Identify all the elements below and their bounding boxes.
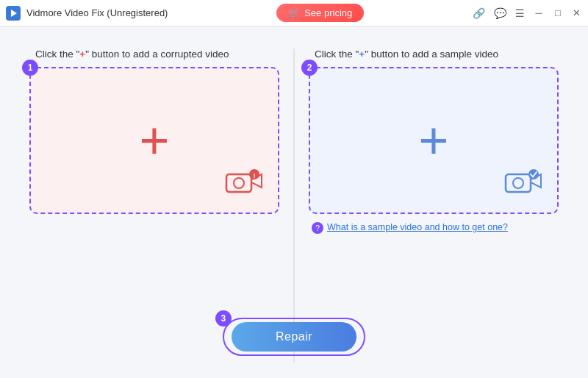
right-panel: Click the "+" button to add a sample vid… [309, 49, 559, 303]
menu-icon[interactable]: ☰ [515, 7, 525, 19]
link-icon[interactable]: 🔗 [473, 7, 485, 19]
right-title-pre: Click the " [315, 49, 359, 60]
left-panel: Click the "+" button to add a corrupted … [29, 49, 279, 303]
svg-rect-2 [226, 174, 251, 192]
left-drop-zone[interactable]: 1 + ! [29, 67, 279, 214]
repair-area: 3 Repair [29, 303, 559, 363]
right-badge: 2 [301, 60, 318, 76]
repair-badge: 3 [215, 310, 232, 327]
repair-btn-wrapper: 3 Repair [223, 318, 365, 356]
left-plus-icon: + [140, 115, 170, 166]
app-title: Vidmore Video Fix (Unregistered) [26, 7, 168, 18]
close-button[interactable]: ✕ [572, 8, 582, 18]
svg-rect-7 [506, 174, 531, 192]
info-link-area: ? What is a sample video and how to get … [312, 221, 508, 235]
title-left: Vidmore Video Fix (Unregistered) [6, 6, 168, 21]
see-pricing-label: See pricing [304, 7, 352, 18]
svg-text:!: ! [254, 172, 256, 179]
left-title-pre: Click the " [35, 49, 79, 60]
main-content: Click the "+" button to add a corrupted … [0, 26, 588, 378]
left-title-post: " button to add a corrupted video [85, 49, 229, 60]
chat-icon[interactable]: 💬 [494, 7, 506, 19]
left-badge: 1 [22, 60, 38, 76]
right-title-post: " button to add a sample video [365, 49, 498, 60]
cart-icon: 🛒 [288, 7, 300, 18]
app-logo [6, 6, 21, 21]
svg-point-10 [528, 169, 539, 179]
right-panel-title: Click the "+" button to add a sample vid… [315, 49, 498, 60]
info-link-text[interactable]: What is a sample video and how to get on… [327, 221, 508, 235]
minimize-button[interactable]: ─ [534, 8, 544, 18]
right-drop-zone[interactable]: 2 + [309, 67, 559, 214]
svg-point-9 [513, 178, 523, 188]
maximize-button[interactable]: □ [553, 8, 563, 18]
left-panel-title: Click the "+" button to add a corrupted … [35, 49, 229, 60]
see-pricing-button[interactable]: 🛒 See pricing [276, 4, 364, 22]
title-center: 🛒 See pricing [276, 4, 364, 22]
right-plus-icon: + [419, 115, 449, 166]
info-icon: ? [312, 222, 323, 234]
sample-camera-icon [504, 167, 542, 198]
title-right: 🔗 💬 ☰ ─ □ ✕ [473, 7, 582, 19]
corrupted-camera-icon: ! [225, 167, 263, 198]
repair-button[interactable]: Repair [232, 322, 356, 352]
title-bar: Vidmore Video Fix (Unregistered) 🛒 See p… [0, 0, 588, 26]
svg-point-4 [234, 178, 244, 188]
